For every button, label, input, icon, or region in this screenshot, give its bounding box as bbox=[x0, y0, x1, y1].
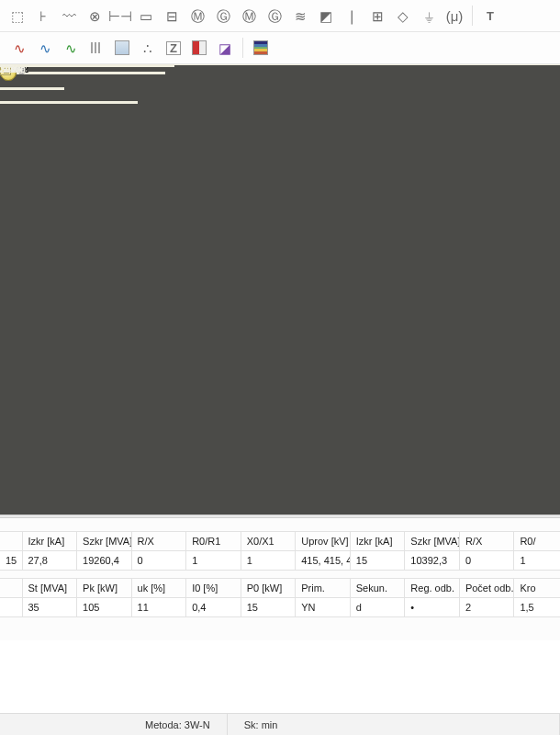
text-icon[interactable]: T bbox=[478, 4, 502, 28]
half-red-icon[interactable] bbox=[187, 36, 211, 60]
status-metoda: Metoda: 3W-N bbox=[129, 714, 228, 735]
toggle-icon[interactable]: ◩ bbox=[314, 4, 338, 28]
motor-icon[interactable]: Ⓜ bbox=[185, 4, 209, 28]
table-header-row: St [MVA]Pk [kW] uk [%]I0 [%] P0 [kW]Prim… bbox=[0, 579, 560, 598]
gradient-icon[interactable] bbox=[249, 36, 273, 60]
table-header-row: Izkr [kA]Szkr [MVA] R/XR0/R1 X0/X1Uprov … bbox=[0, 532, 560, 551]
wave-green-icon[interactable]: ∿ bbox=[59, 36, 83, 60]
table-row[interactable]: 15 27,819260,4 01 1415, 415, 415 1510392… bbox=[0, 551, 560, 571]
generator-icon[interactable]: Ⓖ bbox=[211, 4, 235, 28]
table-row[interactable]: 35105 110,4 15YN d• 21,5 bbox=[0, 598, 560, 617]
status-sk: Sk: min bbox=[228, 714, 560, 735]
ground-icon[interactable]: ⏚ bbox=[417, 4, 441, 28]
rect-empty-icon[interactable]: ▭ bbox=[134, 4, 158, 28]
transformer-icon[interactable]: ⊗ bbox=[83, 4, 106, 28]
generator2-icon[interactable]: Ⓖ bbox=[263, 4, 286, 28]
purple-box-icon[interactable]: ◪ bbox=[213, 36, 237, 60]
toolbar-views: ∿ ∿ ∿ ∴ Z ◪ bbox=[0, 32, 560, 64]
toolbar-separator bbox=[242, 38, 243, 58]
gridplus-icon[interactable]: ⊞ bbox=[365, 4, 389, 28]
wave-blue-icon[interactable]: ∿ bbox=[33, 36, 57, 60]
wave-red-icon[interactable]: ∿ bbox=[7, 36, 31, 60]
busbar-icon[interactable]: ⊢⊣ bbox=[108, 4, 132, 28]
connector-icon[interactable]: ⊦ bbox=[31, 4, 55, 28]
toolbar-elements: ⬚ ⊦ 〰 ⊗ ⊢⊣ ▭ ⊟ Ⓜ Ⓖ Ⓜ Ⓖ ≋ ◩ ❘ ⊞ ◇ ⏚ (μ) T bbox=[0, 0, 560, 32]
horizontal-scrollbar[interactable] bbox=[0, 625, 560, 640]
rect-minus-icon[interactable]: ⊟ bbox=[160, 4, 184, 28]
select-icon[interactable]: ⬚ bbox=[6, 4, 29, 28]
scatter-icon[interactable]: ∴ bbox=[136, 36, 160, 60]
motor2-icon[interactable]: Ⓜ bbox=[237, 4, 261, 28]
statusbar: Metoda: 3W-N Sk: min bbox=[0, 713, 560, 735]
schematic-canvas[interactable]: DRI CVR PSEa1 PSEa2 Zpzl PZA 386 Zcvr 38… bbox=[0, 64, 560, 514]
data-panel: Izkr [kA]Szkr [MVA] R/XR0/R1 X0/X1Uprov … bbox=[0, 518, 560, 640]
approx-icon[interactable]: ≋ bbox=[288, 4, 312, 28]
bars-icon[interactable] bbox=[84, 36, 108, 60]
pin-icon[interactable]: ❘ bbox=[340, 4, 364, 28]
table-transformer[interactable]: St [MVA]Pk [kW] uk [%]I0 [%] P0 [kW]Prim… bbox=[0, 578, 560, 617]
diamond-icon[interactable]: ◇ bbox=[391, 4, 415, 28]
z-box-icon[interactable]: Z bbox=[162, 36, 185, 60]
mu-icon[interactable]: (μ) bbox=[442, 4, 466, 28]
chart-icon[interactable] bbox=[110, 36, 134, 60]
resistor-icon[interactable]: 〰 bbox=[57, 4, 81, 28]
toolbar-separator bbox=[472, 6, 473, 26]
table-shortcircuit[interactable]: Izkr [kA]Szkr [MVA] R/XR0/R1 X0/X1Uprov … bbox=[0, 531, 560, 571]
